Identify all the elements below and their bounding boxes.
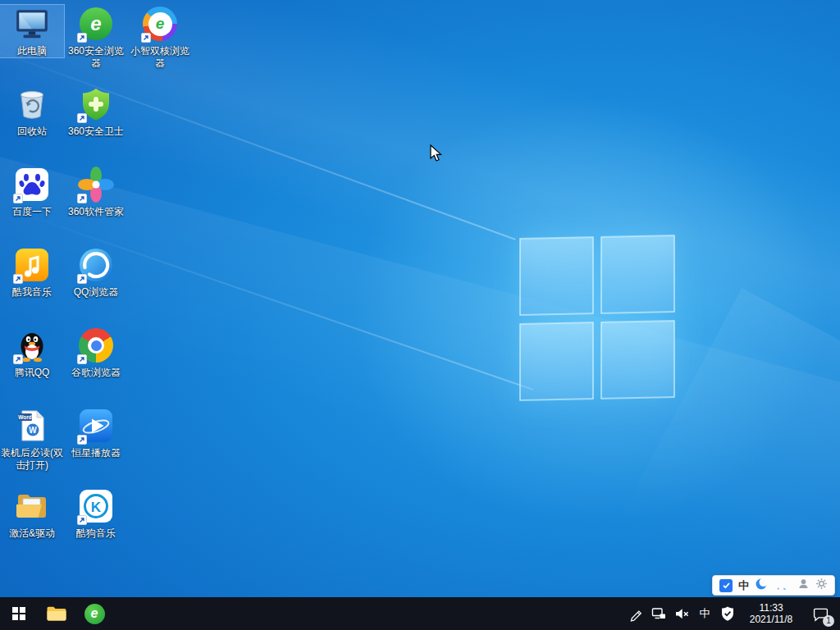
system-tray: 中 11:33 2021/11/8 1 (625, 597, 840, 630)
desktop-icon-label: 360安全卫士 (68, 126, 124, 138)
shortcut-arrow-icon (77, 274, 87, 284)
clock-date: 2021/11/8 (750, 614, 793, 625)
shortcut-arrow-icon (13, 354, 23, 364)
desktop-icon-label: 腾讯QQ (15, 367, 50, 379)
pen-icon[interactable] (625, 597, 646, 630)
moon-icon[interactable] (755, 578, 768, 594)
desktop-icon-label: 谷歌浏览器 (71, 367, 121, 379)
svg-text:Word: Word (18, 414, 32, 420)
desktop-icon-label: 360安全浏览器 (65, 45, 127, 70)
desktop-icon-tencent-qq[interactable]: 腾讯QQ (0, 326, 64, 379)
taskbar: e 中 (0, 597, 840, 630)
desktop-icon-label: 装机后必读(双击打开) (1, 447, 63, 472)
desktop-icon-xiaozhi-browser[interactable]: e 小智双核浏览器 (128, 5, 192, 70)
desktop-icon-qq-browser[interactable]: QQ浏览器 (64, 246, 128, 299)
volume-muted-icon[interactable] (671, 597, 692, 630)
this-pc-icon (13, 5, 51, 43)
desktop-icon-label: 小智双核浏览器 (129, 45, 191, 70)
taskbar-empty-area[interactable] (113, 597, 625, 630)
network-icon[interactable] (648, 597, 669, 630)
desktop-icon-readme[interactable]: Word W 装机后必读(双击打开) (0, 407, 64, 472)
mouse-cursor (430, 144, 446, 166)
desktop[interactable]: 此电脑 e 360安全浏览器 e 小智双核浏览器 回收站 (0, 0, 840, 630)
qq-penguin-icon (13, 326, 51, 364)
ime-language-indicator[interactable]: 中 (694, 597, 715, 630)
360-guard-icon (77, 85, 115, 123)
desktop-icon-this-pc[interactable]: 此电脑 (0, 5, 64, 57)
taskbar-clock[interactable]: 11:33 2021/11/8 (740, 597, 802, 630)
360-browser-icon: e (84, 604, 105, 624)
desktop-icon-activate-driver[interactable]: 激活&驱动 (0, 487, 64, 540)
desktop-icon-360-browser[interactable]: e 360安全浏览器 (64, 5, 128, 70)
shortcut-arrow-icon (77, 194, 87, 203)
ime-logo-check-icon[interactable] (719, 579, 733, 592)
desktop-icon-chrome[interactable]: 谷歌浏览器 (64, 326, 128, 379)
ime-toolbar[interactable]: 中 ，。 (712, 575, 835, 596)
360-browser-icon: e (77, 5, 115, 43)
settings-gear-icon[interactable] (815, 578, 828, 593)
svg-text:K: K (91, 500, 102, 515)
kugou-music-icon: K (77, 487, 115, 525)
file-explorer-icon (46, 605, 67, 623)
desktop-icon-label: 回收站 (17, 126, 47, 138)
desktop-icon-label: 此电脑 (17, 45, 47, 57)
star-player-icon (77, 407, 115, 445)
start-button[interactable] (0, 597, 38, 630)
notification-badge: 1 (823, 615, 834, 627)
desktop-icon-label: 激活&驱动 (9, 527, 55, 540)
desktop-icon-kuwo[interactable]: 酷我音乐 (0, 246, 64, 299)
desktop-icon-label: 酷狗音乐 (76, 527, 116, 540)
360-browser-taskbar-button[interactable]: e (75, 597, 113, 630)
desktop-icon-kugou[interactable]: K 酷狗音乐 (64, 487, 128, 540)
shortcut-arrow-icon (77, 354, 87, 364)
svg-text:e: e (90, 12, 101, 34)
desktop-icon-label: 恒星播放器 (71, 447, 121, 459)
punctuation-icon[interactable]: ，。 (774, 579, 792, 592)
file-explorer-button[interactable] (38, 597, 75, 630)
chrome-icon (77, 326, 115, 364)
windows-logo (519, 235, 675, 402)
360-manager-icon (77, 166, 115, 203)
desktop-icon-360-guard[interactable]: 360安全卫士 (64, 85, 128, 138)
desktop-icon-star-player[interactable]: 恒星播放器 (64, 407, 128, 459)
desktop-icon-baidu[interactable]: 百度一下 (0, 166, 64, 218)
user-icon[interactable] (797, 578, 810, 593)
baidu-icon (13, 166, 51, 203)
ime-mode-toggle[interactable]: 中 (738, 578, 749, 593)
folder-icon (13, 487, 51, 525)
recycle-bin-icon (13, 85, 51, 123)
clock-time: 11:33 (759, 602, 783, 614)
shortcut-arrow-icon (77, 515, 87, 525)
qq-browser-icon (77, 246, 115, 284)
desktop-icon-label: QQ浏览器 (74, 286, 119, 299)
desktop-icon-label: 酷我音乐 (12, 286, 52, 299)
windows-start-icon (12, 607, 25, 620)
svg-text:W: W (29, 426, 37, 435)
word-document-icon: Word W (13, 407, 51, 445)
desktop-icon-360-manager[interactable]: 360软件管家 (64, 166, 128, 218)
xiaozhi-browser-icon: e (141, 5, 179, 43)
desktop-icon-recycle-bin[interactable]: 回收站 (0, 85, 64, 138)
shortcut-arrow-icon (141, 33, 151, 43)
shortcut-arrow-icon (77, 33, 87, 43)
shield-check-icon[interactable] (717, 597, 738, 630)
kuwo-music-icon (13, 246, 51, 284)
desktop-icon-label: 百度一下 (12, 206, 52, 218)
shortcut-arrow-icon (77, 113, 87, 123)
desktop-icon-label: 360软件管家 (68, 206, 124, 218)
action-center-button[interactable]: 1 (804, 597, 837, 630)
shortcut-arrow-icon (13, 274, 23, 284)
shortcut-arrow-icon (77, 435, 87, 445)
shortcut-arrow-icon (13, 194, 23, 203)
